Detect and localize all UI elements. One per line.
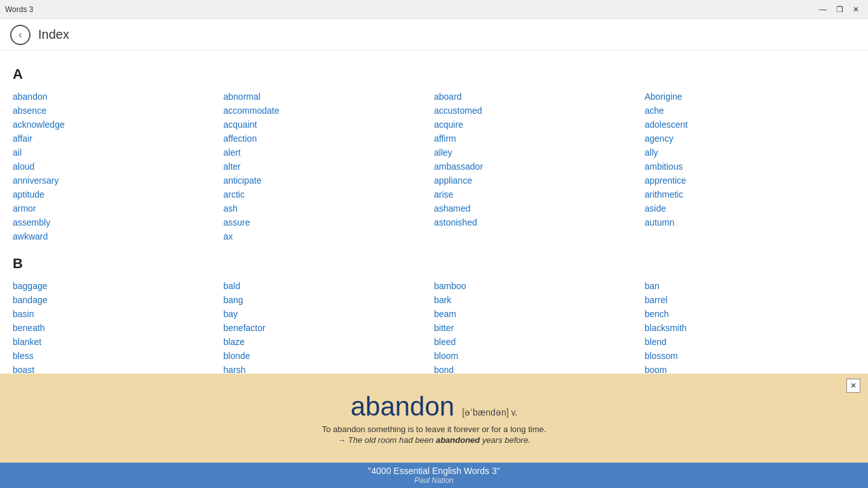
word-link[interactable]: autumn	[645, 216, 856, 229]
word-link[interactable]: ban	[645, 280, 856, 292]
word-link[interactable]: bloom	[434, 349, 645, 362]
word-link[interactable]: Aborigine	[645, 90, 856, 103]
word-link[interactable]: assure	[224, 216, 435, 229]
word-link[interactable]: ambassador	[434, 160, 645, 173]
list-item: blend	[645, 336, 856, 348]
word-link[interactable]: assembly	[13, 216, 224, 229]
word-link[interactable]: beneath	[13, 322, 224, 334]
word-link[interactable]: blacksmith	[645, 322, 856, 334]
word-link[interactable]: ashamed	[434, 202, 645, 215]
word-link[interactable]: harsh	[224, 363, 435, 374]
word-link[interactable]: awkward	[13, 230, 224, 243]
word-link[interactable]: abnormal	[224, 90, 435, 103]
word-link[interactable]: aloud	[13, 160, 224, 173]
maximize-button[interactable]: ❐	[832, 3, 846, 17]
word-link[interactable]: absence	[13, 104, 224, 117]
word-link[interactable]: baggage	[13, 280, 224, 292]
example-text: The old room had been	[348, 435, 436, 445]
word-link[interactable]: bond	[434, 363, 645, 374]
list-item: acquire	[434, 118, 645, 131]
word-link[interactable]: abandon	[13, 90, 224, 103]
word-link[interactable]: alert	[224, 146, 435, 159]
word-link[interactable]: bald	[224, 280, 435, 292]
word-link[interactable]: ally	[645, 146, 856, 159]
word-link[interactable]: affection	[224, 132, 435, 145]
word-link[interactable]: acquaint	[224, 118, 435, 131]
word-link[interactable]: blonde	[224, 349, 435, 362]
list-item: abandon	[13, 90, 224, 103]
word-link[interactable]: affair	[13, 132, 224, 145]
word-link[interactable]: blend	[645, 336, 856, 348]
word-link[interactable]: arithmetic	[645, 188, 856, 201]
list-item: bang	[224, 294, 435, 306]
word-link[interactable]: aside	[645, 202, 856, 215]
word-link[interactable]: adolescent	[645, 118, 856, 131]
word-link[interactable]: bay	[224, 308, 435, 320]
word-link[interactable]: basin	[13, 308, 224, 320]
word-link[interactable]: bamboo	[434, 280, 645, 292]
word-link[interactable]: barrel	[645, 294, 856, 306]
word-grid-a: abandonabnormalaboardAborigineabsenceacc…	[13, 90, 855, 243]
word-link[interactable]: blossom	[645, 349, 856, 362]
word-link[interactable]: bang	[224, 294, 435, 306]
list-item: ally	[645, 146, 856, 159]
list-item: affirm	[434, 132, 645, 145]
word-link[interactable]: acknowledge	[13, 118, 224, 131]
word-link[interactable]: blanket	[13, 336, 224, 348]
list-item: affection	[224, 132, 435, 145]
navbar: ‹ Index	[0, 19, 868, 51]
list-item: bench	[645, 308, 856, 320]
example-arrow: →	[337, 435, 346, 445]
word-link[interactable]: agency	[645, 132, 856, 145]
word-link[interactable]: bitter	[434, 322, 645, 334]
list-item: accustomed	[434, 104, 645, 117]
word-link[interactable]: ache	[645, 104, 856, 117]
close-button[interactable]: ✕	[849, 3, 863, 17]
word-link[interactable]: anticipate	[224, 174, 435, 187]
word-link[interactable]: arctic	[224, 188, 435, 201]
list-item: alter	[224, 160, 435, 173]
word-link[interactable]: bleed	[434, 336, 645, 348]
list-item: alley	[434, 146, 645, 159]
list-item: benefactor	[224, 322, 435, 334]
word-link[interactable]: alter	[224, 160, 435, 173]
word-link[interactable]: boast	[13, 363, 224, 374]
list-item: ax	[224, 230, 435, 243]
word-link[interactable]: accustomed	[434, 104, 645, 117]
word-link[interactable]: armor	[13, 202, 224, 215]
word-link[interactable]: accommodate	[224, 104, 435, 117]
definition-close-button[interactable]: ✕	[846, 379, 860, 393]
word-link[interactable]: anniversary	[13, 174, 224, 187]
word-link[interactable]: arise	[434, 188, 645, 201]
list-item: ambitious	[645, 160, 856, 173]
word-link[interactable]: ax	[224, 230, 435, 243]
back-button[interactable]: ‹	[10, 25, 31, 45]
word-link[interactable]: bless	[13, 349, 224, 362]
word-link[interactable]: ash	[224, 202, 435, 215]
word-link[interactable]: acquire	[434, 118, 645, 131]
word-link[interactable]: bench	[645, 308, 856, 320]
word-link[interactable]: bark	[434, 294, 645, 306]
word-link[interactable]: boom	[645, 363, 856, 374]
list-item: ache	[645, 104, 856, 117]
word-link[interactable]: astonished	[434, 216, 645, 229]
word-link[interactable]: ail	[13, 146, 224, 159]
word-link[interactable]: beam	[434, 308, 645, 320]
word-link[interactable]: bandage	[13, 294, 224, 306]
word-link[interactable]: benefactor	[224, 322, 435, 334]
list-item: bandage	[13, 294, 224, 306]
index-content: AabandonabnormalaboardAborigineabsenceac…	[0, 51, 868, 374]
word-link[interactable]: ambitious	[645, 160, 856, 173]
minimize-button[interactable]: —	[816, 3, 830, 17]
word-link[interactable]: aptitude	[13, 188, 224, 201]
list-item: basin	[13, 308, 224, 320]
word-link[interactable]: apprentice	[645, 174, 856, 187]
example-suffix: years before.	[480, 435, 531, 445]
word-link[interactable]: affirm	[434, 132, 645, 145]
titlebar: Words 3 — ❐ ✕	[0, 0, 868, 19]
word-link[interactable]: aboard	[434, 90, 645, 103]
word-link[interactable]: alley	[434, 146, 645, 159]
word-link[interactable]: blaze	[224, 336, 435, 348]
list-item: awkward	[13, 230, 224, 243]
word-link[interactable]: appliance	[434, 174, 645, 187]
